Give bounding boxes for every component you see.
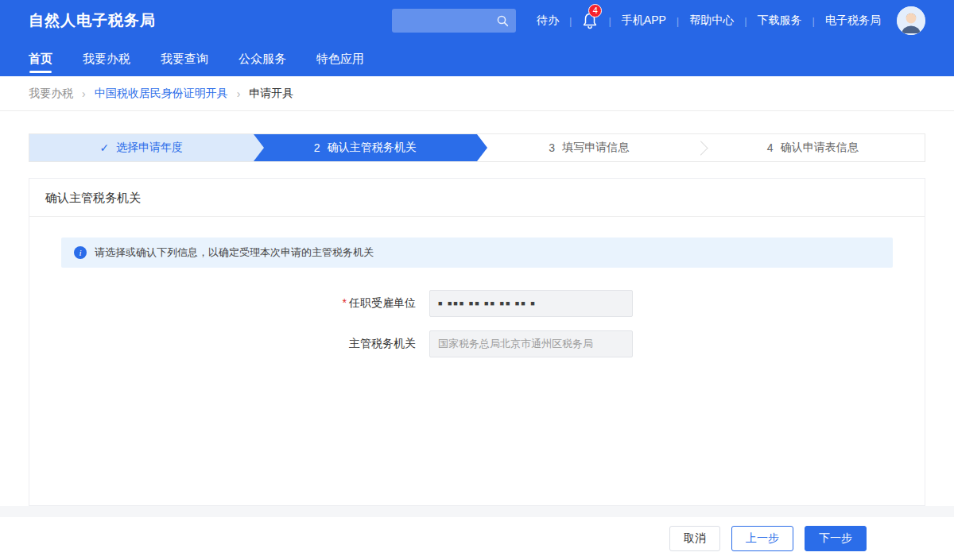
content-divider [0, 506, 954, 517]
nav-item-queries[interactable]: 我要查询 [161, 41, 208, 76]
step-label: 填写申请信息 [562, 141, 629, 155]
content-panel: 确认主管税务机关 i 请选择或确认下列信息，以确定受理本次申请的主管税务机关 *… [29, 178, 925, 506]
breadcrumb-separator: › [237, 87, 241, 100]
step-4-confirm-form: 4 确认申请表信息 [701, 134, 925, 161]
step-2-confirm-tax-authority: 2 确认主管税务机关 [254, 134, 478, 161]
stepper: ✓ 选择申请年度 2 确认主管税务机关 3 填写申请信息 4 确认申请表信息 [29, 133, 925, 162]
header-link-mobile-app[interactable]: 手机APP [619, 14, 669, 28]
search-box[interactable] [392, 9, 516, 33]
info-alert: i 请选择或确认下列信息，以确定受理本次申请的主管税务机关 [61, 238, 893, 268]
field-label-employer: *任职受雇单位 [61, 296, 429, 311]
step-label: 确认申请表信息 [781, 141, 859, 155]
nav-item-public-services[interactable]: 公众服务 [238, 41, 286, 76]
step-number: 4 [767, 141, 774, 154]
nav-item-home[interactable]: 首页 [29, 41, 52, 76]
breadcrumb-item-tax-services[interactable]: 我要办税 [29, 87, 73, 101]
search-icon[interactable] [496, 14, 510, 28]
header-link-downloads[interactable]: 下载服务 [754, 14, 805, 28]
step-label: 确认主管税务机关 [328, 141, 417, 155]
check-icon: ✓ [99, 141, 109, 154]
step-number: 2 [314, 141, 320, 154]
alert-text: 请选择或确认下列信息，以确定受理本次申请的主管税务机关 [95, 245, 374, 260]
header-separator: | [744, 15, 747, 27]
todo-link[interactable]: 待办 [533, 14, 562, 28]
field-label-text: 任职受雇单位 [349, 296, 416, 309]
info-icon: i [74, 246, 87, 259]
user-avatar-icon [897, 6, 925, 35]
breadcrumb-current: 申请开具 [249, 87, 293, 101]
footer-bar: 取消 上一步 下一步 [0, 517, 954, 560]
search-input[interactable] [398, 15, 496, 27]
header-link-etax-bureau[interactable]: 电子税务局 [822, 14, 884, 28]
header-right-group: 待办 | 4 | 手机APP | 帮助中心 | 下载服务 | 电子税务局 [392, 6, 925, 35]
step-3-fill-application: 3 填写申请信息 [477, 134, 701, 161]
cancel-button[interactable]: 取消 [669, 526, 720, 551]
brand-title: 自然人电子税务局 [29, 10, 156, 31]
step-label: 选择申请年度 [116, 141, 183, 155]
notification-bell[interactable]: 4 [579, 12, 601, 29]
field-label-text: 主管税务机关 [349, 337, 416, 350]
step-number: 3 [549, 141, 555, 154]
tax-authority-input: 国家税务总局北京市通州区税务局 [429, 330, 633, 357]
header-separator: | [677, 15, 679, 27]
panel-title: 确认主管税务机关 [29, 179, 925, 217]
nav-item-tax-services[interactable]: 我要办税 [83, 41, 130, 76]
app-header: 自然人电子税务局 待办 | 4 | 手机APP | 帮助中心 | 下载服务 | … [0, 0, 954, 41]
required-asterisk: * [343, 296, 347, 309]
main-nav: 首页 我要办税 我要查询 公众服务 特色应用 [0, 41, 954, 76]
panel-body: i 请选择或确认下列信息，以确定受理本次申请的主管税务机关 *任职受雇单位 ■ … [29, 217, 925, 357]
user-avatar[interactable] [897, 6, 925, 35]
prev-step-button[interactable]: 上一步 [731, 526, 793, 551]
step-1-select-year: ✓ 选择申请年度 [29, 134, 254, 161]
form-row: *任职受雇单位 ■ ■■■ ■■ ■■ ■■ ■■ ■ [61, 290, 893, 317]
tax-authority-value: 国家税务总局北京市通州区税务局 [438, 337, 593, 351]
notification-badge: 4 [588, 4, 602, 17]
next-step-button[interactable]: 下一步 [805, 526, 867, 551]
header-link-help-center[interactable]: 帮助中心 [686, 14, 737, 28]
breadcrumb: 我要办税 › 中国税收居民身份证明开具 › 申请开具 [0, 76, 954, 111]
form-row: 主管税务机关 国家税务总局北京市通州区税务局 [61, 330, 893, 357]
breadcrumb-separator: › [82, 87, 86, 100]
header-separator: | [812, 15, 815, 27]
nav-item-featured-apps[interactable]: 特色应用 [316, 41, 364, 76]
header-separator: | [569, 15, 572, 27]
header-separator: | [608, 15, 611, 27]
employer-input: ■ ■■■ ■■ ■■ ■■ ■■ ■ [429, 290, 633, 317]
breadcrumb-link-certificate[interactable]: 中国税收居民身份证明开具 [95, 87, 228, 101]
field-label-tax-authority: 主管税务机关 [61, 337, 429, 351]
employer-value-redacted: ■ ■■■ ■■ ■■ ■■ ■■ ■ [438, 299, 537, 307]
